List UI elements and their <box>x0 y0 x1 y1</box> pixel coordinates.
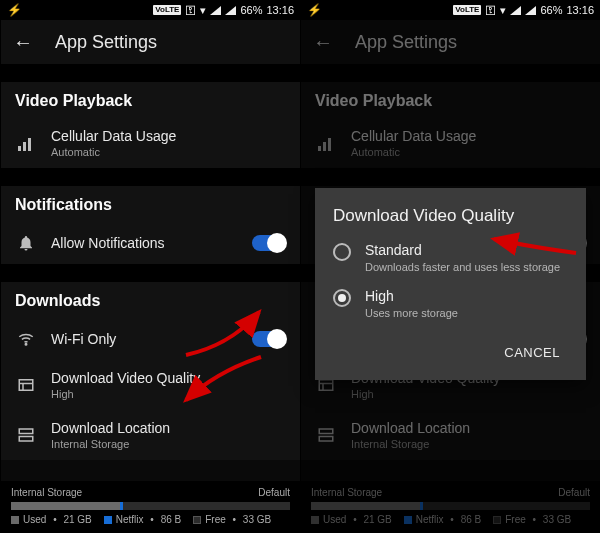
signal-icon-2 <box>225 6 236 15</box>
toggle-wifi-only[interactable] <box>252 331 286 347</box>
wifi-icon <box>15 328 37 350</box>
back-icon[interactable]: ← <box>313 32 333 52</box>
storage-legend: Used • 21 GB Netflix • 86 B Free • 33 GB <box>311 514 590 525</box>
row-value: Automatic <box>351 146 586 158</box>
charging-icon: ⚡ <box>307 3 322 17</box>
row-wifi-only[interactable]: Wi-Fi Only <box>1 318 300 360</box>
battery-pct: 66% <box>540 4 562 16</box>
storage-bar <box>311 502 590 510</box>
signal-icon <box>510 6 521 15</box>
quality-icon <box>15 374 37 396</box>
storage-footer: Internal Storage Default Used • 21 GB Ne… <box>1 481 300 533</box>
row-label: Cellular Data Usage <box>351 128 586 144</box>
app-header: ← App Settings <box>1 20 300 64</box>
storage-icon <box>315 424 337 446</box>
storage-footer: Internal Storage Default Used • 21 GB Ne… <box>301 481 600 533</box>
row-value: Internal Storage <box>51 438 286 450</box>
wifi-icon: ▾ <box>500 4 506 17</box>
key-icon: ⚿ <box>185 4 196 16</box>
storage-seg-used <box>311 502 420 510</box>
svg-rect-16 <box>319 429 333 434</box>
toggle-allow-notifications[interactable] <box>252 235 286 251</box>
row-label: Download Video Quality <box>51 370 286 386</box>
volte-badge: VoLTE <box>153 5 181 15</box>
statusbar: ⚡ VoLTE ⚿ ▾ 66% 13:16 <box>301 0 600 20</box>
row-value: Internal Storage <box>351 438 586 450</box>
svg-rect-7 <box>19 429 33 434</box>
radio-icon[interactable] <box>333 289 351 307</box>
row-cellular-data[interactable]: Cellular Data Usage Automatic <box>1 118 300 168</box>
bell-icon <box>15 232 37 254</box>
key-icon: ⚿ <box>485 4 496 16</box>
storage-seg-used <box>11 502 120 510</box>
row-cellular-data[interactable]: Cellular Data Usage Automatic <box>301 118 600 168</box>
page-title: App Settings <box>355 32 457 53</box>
page-title: App Settings <box>55 32 157 53</box>
row-download-quality[interactable]: Download Video Quality High <box>1 360 300 410</box>
section-downloads: Downloads <box>1 282 300 318</box>
cancel-button[interactable]: CANCEL <box>496 339 568 366</box>
phone-right: ⚡ VoLTE ⚿ ▾ 66% 13:16 ← App Settings Vid… <box>300 0 600 533</box>
option-label: Standard <box>365 242 560 258</box>
row-label: Wi-Fi Only <box>51 331 238 347</box>
section-notifications: Notifications <box>1 186 300 222</box>
svg-rect-1 <box>23 142 26 151</box>
row-label: Download Location <box>351 420 586 436</box>
charging-icon: ⚡ <box>7 3 22 17</box>
radio-icon[interactable] <box>333 243 351 261</box>
phone-left: ⚡ VoLTE ⚿ ▾ 66% 13:16 ← App Settings Vid… <box>0 0 300 533</box>
svg-point-3 <box>25 344 27 346</box>
row-label: Cellular Data Usage <box>51 128 286 144</box>
row-download-location[interactable]: Download Location Internal Storage <box>1 410 300 460</box>
battery-pct: 66% <box>240 4 262 16</box>
signal-bars-icon <box>15 132 37 154</box>
option-label: High <box>365 288 458 304</box>
app-header: ← App Settings <box>301 20 600 64</box>
storage-seg-free <box>423 502 590 510</box>
row-value: Automatic <box>51 146 286 158</box>
signal-icon-2 <box>525 6 536 15</box>
svg-rect-17 <box>319 437 333 442</box>
statusbar: ⚡ VoLTE ⚿ ▾ 66% 13:16 <box>1 0 300 20</box>
row-allow-notifications[interactable]: Allow Notifications <box>1 222 300 264</box>
storage-title: Internal Storage <box>11 487 82 498</box>
storage-seg-free <box>123 502 290 510</box>
svg-rect-11 <box>328 138 331 151</box>
signal-icon <box>210 6 221 15</box>
svg-rect-4 <box>19 380 33 391</box>
signal-bars-icon <box>315 132 337 154</box>
row-value: High <box>51 388 286 400</box>
row-label: Download Location <box>51 420 286 436</box>
volte-badge: VoLTE <box>453 5 481 15</box>
wifi-icon: ▾ <box>200 4 206 17</box>
option-standard[interactable]: Standard Downloads faster and uses less … <box>333 242 568 274</box>
storage-default: Default <box>558 487 590 498</box>
dialog-title: Download Video Quality <box>333 206 568 226</box>
section-video-playback: Video Playback <box>1 82 300 118</box>
storage-icon <box>15 424 37 446</box>
clock: 13:16 <box>566 4 594 16</box>
option-sub: Uses more storage <box>365 306 458 320</box>
option-sub: Downloads faster and uses less storage <box>365 260 560 274</box>
svg-rect-2 <box>28 138 31 151</box>
storage-default: Default <box>258 487 290 498</box>
dialog-download-quality: Download Video Quality Standard Download… <box>315 188 586 380</box>
storage-legend: Used • 21 GB Netflix • 86 B Free • 33 GB <box>11 514 290 525</box>
back-icon[interactable]: ← <box>13 32 33 52</box>
row-label: Allow Notifications <box>51 235 238 251</box>
row-download-location[interactable]: Download Location Internal Storage <box>301 410 600 460</box>
svg-rect-8 <box>19 437 33 442</box>
svg-rect-0 <box>18 146 21 151</box>
section-video-playback: Video Playback <box>301 82 600 118</box>
svg-rect-13 <box>319 380 333 391</box>
storage-title: Internal Storage <box>311 487 382 498</box>
option-high[interactable]: High Uses more storage <box>333 288 568 320</box>
clock: 13:16 <box>266 4 294 16</box>
svg-rect-9 <box>318 146 321 151</box>
svg-rect-10 <box>323 142 326 151</box>
storage-bar <box>11 502 290 510</box>
row-value: High <box>351 388 586 400</box>
